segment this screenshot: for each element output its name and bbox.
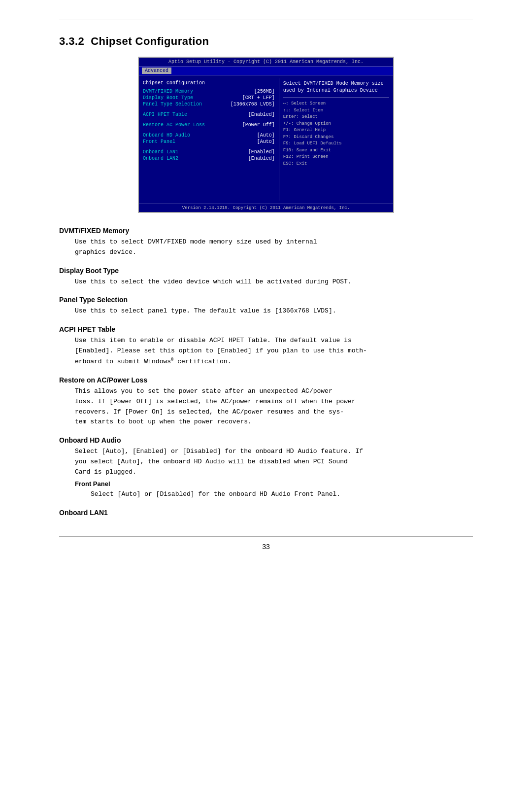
bios-row-acpi: ACPI HPET Table [Enabled]	[143, 112, 275, 117]
bios-help-text: Select DVMT/FIXED Mode Memory size used …	[283, 80, 389, 94]
key-f12-print: F12: Print Screen	[283, 154, 389, 161]
body-panel-type: Use this to select panel type. The defau…	[75, 306, 473, 316]
bios-title-bar: Aptio Setup Utility - Copyright (C) 2011…	[139, 58, 393, 67]
bios-section-label: Chipset Configuration	[143, 80, 275, 86]
heading-display-boot: Display Boot Type	[59, 267, 473, 275]
key-enter: Enter: Select	[283, 114, 389, 121]
key-f1-help: F1: General Help	[283, 127, 389, 134]
section-display-boot: Display Boot Type Use this to select the…	[59, 267, 473, 287]
section-title: 3.3.2 Chipset Configuration	[59, 35, 473, 48]
bios-tab-advanced[interactable]: Advanced	[142, 68, 171, 74]
heading-restore-ac: Restore on AC/Power Loss	[59, 376, 473, 384]
section-dvmt: DVMT/FIXED Memory Use this to select DVM…	[59, 227, 473, 258]
bios-row-dvmt: DVMT/FIXED Memory [256MB]	[143, 89, 275, 94]
bios-row-panel-type: Panel Type Selection [1366x768 LVDS]	[143, 102, 275, 107]
bios-row-display-boot: Display Boot Type [CRT + LFP]	[143, 95, 275, 101]
bottom-divider	[59, 536, 473, 537]
bios-row-restore-ac: Restore AC Power Loss [Power Off]	[143, 122, 275, 128]
sub-heading-front-panel: Front Panel	[75, 480, 473, 487]
body-hd-audio: Select [Auto], [Enabled] or [Disabled] f…	[75, 447, 473, 477]
bios-row-lan1: Onboard LAN1 [Enabled]	[143, 149, 275, 155]
key-f10-save: F10: Save and Exit	[283, 147, 389, 154]
heading-hd-audio: Onboard HD Audio	[59, 436, 473, 444]
top-divider	[59, 20, 473, 20]
bios-spacer-1	[143, 108, 275, 112]
section-panel-type: Panel Type Selection Use this to select …	[59, 296, 473, 316]
body-dvmt: Use this to select DVMT/FIXED mode memor…	[75, 237, 473, 258]
section-hd-audio: Onboard HD Audio Select [Auto], [Enabled…	[59, 436, 473, 500]
bios-row-front-panel: Front Panel [Auto]	[143, 139, 275, 144]
heading-dvmt: DVMT/FIXED Memory	[59, 227, 473, 235]
section-heading: Chipset Configuration	[91, 35, 209, 47]
bios-screenshot: Aptio Setup Utility - Copyright (C) 2011…	[138, 57, 394, 213]
page-container: 3.3.2 Chipset Configuration Aptio Setup …	[0, 0, 532, 580]
bios-spacer-2	[143, 118, 275, 122]
bios-spacer-3	[143, 129, 275, 133]
section-acpi: ACPI HPET Table Use this item to enable …	[59, 325, 473, 367]
sub-body-front-panel: Select [Auto] or [Disabled] for the onbo…	[91, 489, 473, 500]
key-f7-discard: F7: Discard Changes	[283, 134, 389, 141]
bios-tab-bar: Advanced	[139, 67, 393, 75]
bios-row-lan2: Onboard LAN2 [Enabled]	[143, 156, 275, 161]
key-select-screen: ↔: Select Screen	[283, 101, 389, 107]
body-display-boot: Use this to select the video device whic…	[75, 277, 473, 287]
heading-onboard-lan1: Onboard LAN1	[59, 509, 473, 517]
body-restore-ac: This allows you to set the power state a…	[75, 386, 473, 427]
bios-title-text: Aptio Setup Utility - Copyright (C) 2011…	[168, 59, 364, 65]
heading-acpi: ACPI HPET Table	[59, 325, 473, 333]
section-restore-ac: Restore on AC/Power Loss This allows you…	[59, 376, 473, 427]
bios-row-hd-audio: Onboard HD Audio [Auto]	[143, 133, 275, 138]
bios-content: Chipset Configuration DVMT/FIXED Memory …	[139, 75, 393, 204]
bios-right-panel: Select DVMT/FIXED Mode Memory size used …	[279, 78, 393, 201]
bios-right-divider	[283, 97, 389, 98]
key-change-option: +/-: Change Option	[283, 121, 389, 128]
key-f9-defaults: F9: Load UEFI Defaults	[283, 140, 389, 147]
key-select-item: ↑↓: Select Item	[283, 107, 389, 114]
section-number: 3.3.2	[59, 35, 84, 47]
heading-panel-type: Panel Type Selection	[59, 296, 473, 304]
bios-left-panel: Chipset Configuration DVMT/FIXED Memory …	[139, 78, 279, 201]
key-esc-exit: ESC: Exit	[283, 161, 389, 168]
body-acpi: Use this item to enable or disable ACPI …	[75, 336, 473, 367]
section-onboard-lan1: Onboard LAN1	[59, 509, 473, 517]
bios-key-list: ↔: Select Screen ↑↓: Select Item Enter: …	[283, 101, 389, 167]
bios-footer: Version 2.14.1219. Copyright (C) 2011 Am…	[139, 204, 393, 212]
page-number: 33	[59, 543, 473, 551]
bios-spacer-4	[143, 145, 275, 149]
